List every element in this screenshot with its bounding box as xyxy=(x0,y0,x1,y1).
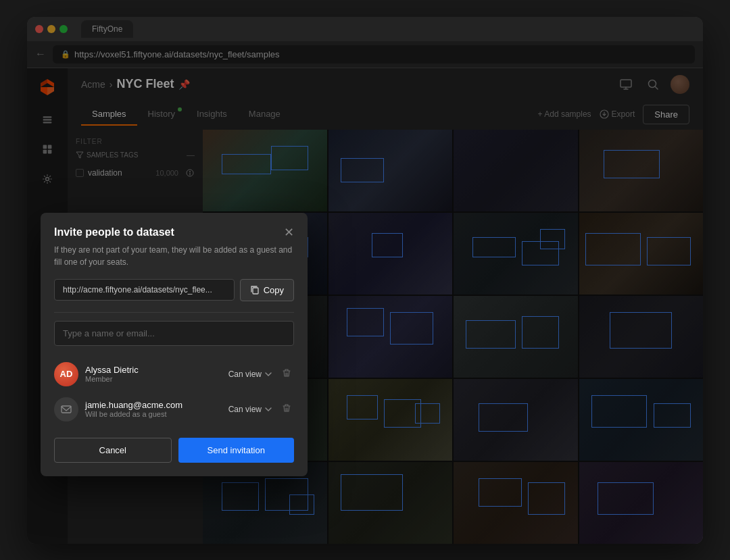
avatar-alyssa: AD xyxy=(54,362,78,386)
modal-header: Invite people to dataset ✕ xyxy=(54,226,294,238)
cancel-button[interactable]: Cancel xyxy=(54,438,172,463)
modal-footer: Cancel Send invitation xyxy=(54,438,294,463)
browser-window: FiftyOne ← 🔒 https://voxel51.fiftyone.ai… xyxy=(27,17,703,544)
people-list: AD Alyssa Dietric Member Can view xyxy=(54,357,294,427)
person-role-jamie: Will be added as a guest xyxy=(85,410,222,418)
svg-rect-17 xyxy=(253,288,258,294)
modal-title: Invite people to dataset xyxy=(54,226,174,238)
person-perm-alyssa[interactable]: Can view xyxy=(228,370,272,379)
person-info-jamie: jamie.huang@acme.com Will be added as a … xyxy=(85,400,222,418)
svg-rect-18 xyxy=(62,406,71,413)
link-row: Copy xyxy=(54,279,294,301)
copy-button[interactable]: Copy xyxy=(240,279,294,301)
delete-person-alyssa[interactable] xyxy=(279,365,294,382)
email-input[interactable] xyxy=(54,321,294,346)
person-row-jamie: jamie.huang@acme.com Will be added as a … xyxy=(54,392,294,427)
person-perm-jamie[interactable]: Can view xyxy=(228,405,272,414)
invite-modal: Invite people to dataset ✕ If they are n… xyxy=(41,213,308,476)
person-name-alyssa: Alyssa Dietric xyxy=(85,365,222,375)
avatar-jamie xyxy=(54,397,78,422)
person-role-alyssa: Member xyxy=(85,375,222,383)
person-row-alyssa: AD Alyssa Dietric Member Can view xyxy=(54,357,294,392)
modal-subtitle: If they are not part of your team, they … xyxy=(54,244,294,268)
delete-person-jamie[interactable] xyxy=(279,401,294,417)
modal-close-button[interactable]: ✕ xyxy=(284,226,294,238)
link-input[interactable] xyxy=(54,279,235,301)
send-invitation-button[interactable]: Send invitation xyxy=(178,438,295,463)
person-name-jamie: jamie.huang@acme.com xyxy=(85,400,222,410)
person-info-alyssa: Alyssa Dietric Member xyxy=(85,365,222,383)
divider xyxy=(54,312,294,313)
